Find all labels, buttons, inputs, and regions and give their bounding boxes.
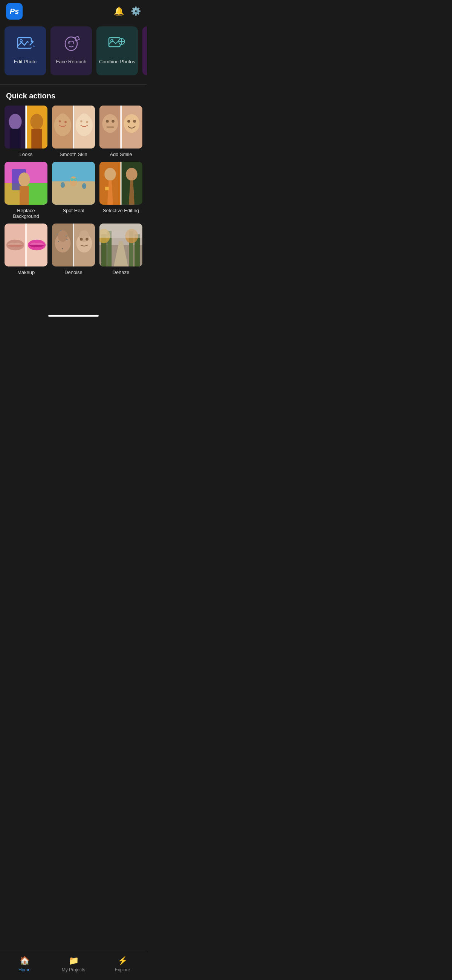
svg-rect-69 bbox=[105, 187, 109, 191]
spot-heal-image bbox=[52, 162, 95, 205]
quick-item-dehaze[interactable]: Dehaze bbox=[100, 224, 143, 275]
spot-heal-thumbnail bbox=[52, 162, 95, 205]
svg-point-84 bbox=[60, 230, 62, 231]
edit-photo-icon bbox=[16, 34, 35, 54]
add-smile-label: Add Smile bbox=[109, 151, 132, 157]
dehaze-thumbnail bbox=[100, 224, 143, 266]
combine-photos-icon-wrap bbox=[105, 32, 129, 56]
svg-point-45 bbox=[106, 120, 109, 123]
face-retouch-label: Face Retouch bbox=[56, 59, 87, 65]
svg-point-83 bbox=[57, 234, 58, 235]
svg-point-66 bbox=[73, 178, 77, 181]
svg-point-68 bbox=[104, 168, 116, 181]
selective-label: Selective Editing bbox=[103, 208, 139, 213]
svg-point-36 bbox=[64, 121, 67, 123]
svg-point-41 bbox=[86, 121, 88, 123]
content-area: Quick actions Looks bbox=[0, 88, 147, 313]
svg-point-50 bbox=[127, 120, 130, 123]
add-smile-image bbox=[100, 105, 143, 148]
combine-photos-label: Combine Photos bbox=[99, 59, 135, 65]
header-actions: 🔔 ⚙️ bbox=[114, 6, 141, 16]
svg-point-86 bbox=[58, 241, 59, 242]
quick-item-spot-heal[interactable]: Spot Heal bbox=[52, 162, 95, 219]
svg-point-87 bbox=[66, 239, 67, 240]
denoise-image bbox=[52, 224, 95, 266]
svg-rect-27 bbox=[10, 129, 21, 148]
svg-point-39 bbox=[79, 113, 89, 125]
svg-point-57 bbox=[19, 173, 30, 187]
svg-point-63 bbox=[70, 177, 77, 186]
svg-point-8 bbox=[68, 42, 70, 44]
quick-item-smooth-skin[interactable]: Smooth Skin bbox=[52, 105, 95, 157]
add-smile-thumbnail bbox=[100, 105, 143, 148]
svg-rect-31 bbox=[25, 105, 27, 148]
svg-rect-72 bbox=[120, 162, 122, 205]
tool-face-retouch[interactable]: Face Retouch bbox=[51, 26, 92, 75]
quick-item-denoise[interactable]: Denoise bbox=[52, 224, 95, 275]
smooth-skin-label: Smooth Skin bbox=[60, 151, 87, 157]
selective-image bbox=[100, 162, 143, 205]
quick-item-looks[interactable]: Looks bbox=[5, 105, 48, 157]
svg-point-65 bbox=[70, 178, 74, 181]
svg-rect-30 bbox=[31, 129, 42, 148]
quick-item-replace-bg[interactable]: Replace Background bbox=[5, 162, 48, 219]
svg-rect-79 bbox=[25, 224, 27, 266]
svg-point-9 bbox=[73, 42, 74, 44]
combine-photos-icon bbox=[107, 34, 127, 54]
tool-combine-photos[interactable]: Combine Photos bbox=[97, 26, 138, 75]
svg-point-92 bbox=[80, 238, 83, 241]
replace-bg-thumbnail bbox=[5, 162, 48, 205]
svg-point-26 bbox=[9, 114, 21, 130]
tools-row: Edit Photo Face Retouch bbox=[0, 22, 147, 81]
svg-rect-94 bbox=[73, 224, 74, 266]
header: Ps 🔔 ⚙️ bbox=[0, 0, 147, 22]
edit-photo-icon-wrap bbox=[13, 32, 37, 56]
looks-image bbox=[5, 105, 48, 148]
svg-rect-58 bbox=[20, 186, 29, 205]
svg-point-44 bbox=[103, 114, 118, 133]
svg-point-35 bbox=[59, 120, 61, 123]
svg-point-85 bbox=[66, 235, 67, 237]
svg-rect-42 bbox=[73, 105, 74, 148]
looks-label: Looks bbox=[20, 151, 33, 157]
svg-point-71 bbox=[126, 168, 137, 181]
makeup-label: Makeup bbox=[17, 269, 35, 275]
quick-actions-title: Quick actions bbox=[0, 88, 147, 105]
replace-bg-image bbox=[5, 162, 48, 205]
svg-point-6 bbox=[31, 43, 32, 44]
face-retouch-icon bbox=[62, 34, 81, 54]
svg-point-62 bbox=[61, 182, 65, 188]
denoise-label: Denoise bbox=[64, 269, 82, 275]
spot-heal-label: Spot Heal bbox=[62, 208, 84, 213]
dehaze-image bbox=[100, 224, 143, 266]
edit-photo-label: Edit Photo bbox=[14, 59, 36, 65]
dehaze-label: Dehaze bbox=[113, 269, 130, 275]
svg-point-64 bbox=[82, 183, 86, 189]
denoise-thumbnail bbox=[52, 224, 95, 266]
svg-point-49 bbox=[124, 114, 140, 133]
replace-bg-label: Replace Background bbox=[5, 208, 48, 219]
makeup-thumbnail bbox=[5, 224, 48, 266]
svg-point-1 bbox=[20, 40, 22, 42]
svg-point-40 bbox=[80, 120, 82, 123]
svg-point-51 bbox=[133, 120, 136, 123]
smooth-skin-thumbnail bbox=[52, 105, 95, 148]
svg-point-29 bbox=[30, 114, 43, 130]
quick-item-selective[interactable]: Selective Editing bbox=[100, 162, 143, 219]
svg-point-88 bbox=[62, 248, 63, 249]
quick-item-add-smile[interactable]: Add Smile bbox=[100, 105, 143, 157]
tool-edit-photo[interactable]: Edit Photo bbox=[5, 26, 46, 75]
quick-item-makeup[interactable]: Makeup bbox=[5, 224, 48, 275]
section-divider bbox=[0, 84, 147, 85]
app-logo[interactable]: Ps bbox=[6, 3, 22, 20]
home-indicator-bar bbox=[48, 315, 99, 317]
face-retouch-icon-wrap bbox=[59, 32, 83, 56]
svg-rect-55 bbox=[26, 183, 48, 205]
quick-actions-grid: Looks bbox=[0, 105, 147, 275]
settings-icon[interactable]: ⚙️ bbox=[131, 6, 141, 16]
svg-rect-52 bbox=[120, 105, 122, 148]
tool-collage[interactable]: Collage bbox=[143, 26, 147, 75]
notification-icon[interactable]: 🔔 bbox=[114, 6, 124, 16]
makeup-image bbox=[5, 224, 48, 266]
svg-point-34 bbox=[58, 113, 68, 125]
